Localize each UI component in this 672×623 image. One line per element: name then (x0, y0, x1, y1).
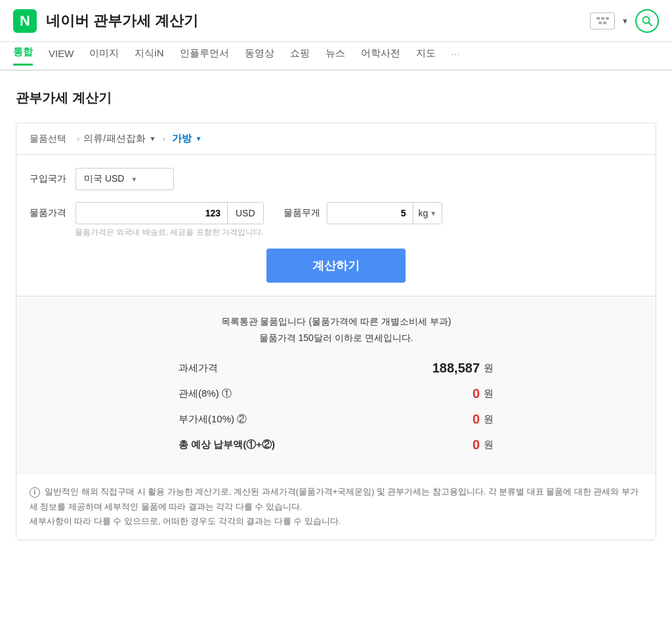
nav-item-통합[interactable]: 통합 (13, 46, 33, 66)
result-value-3: 0 원 (472, 437, 494, 452)
category-label: 물품선택 (30, 133, 66, 145)
weight-input[interactable] (327, 203, 413, 224)
country-row: 구입국가 미국 USD ▼ (30, 168, 642, 190)
nav-item-쇼핑[interactable]: 쇼핑 (290, 47, 310, 65)
result-value-0: 188,587 원 (432, 361, 494, 376)
weight-label: 물품무게 (284, 207, 320, 219)
nav-item-지도[interactable]: 지도 (416, 47, 436, 65)
calc-button[interactable]: 계산하기 (266, 249, 406, 283)
price-hint-row: 물품가격은 외국내 배송료, 세금을 포함한 가격입니다. (30, 227, 264, 238)
result-unit-2: 원 (484, 413, 494, 426)
price-row-inner: 물품가격 USD (30, 202, 264, 224)
result-unit-1: 원 (484, 388, 494, 400)
result-row-1: 관세(8%) ① 0 원 (178, 386, 494, 401)
result-row-0: 과세가격 188,587 원 (178, 361, 494, 376)
main-content: 관부가세 계산기 물품선택 › 의류/패션잡화 ▼ › 가방 ▼ 구입국가 미국… (0, 71, 672, 559)
svg-line-1 (649, 22, 652, 26)
nav: 통합 VIEW 이미지 지식iN 인플루언서 동영상 쇼핑 뉴스 어학사전 지도… (0, 42, 672, 71)
result-amount-2: 0 (472, 412, 480, 427)
nav-more[interactable]: ··· (452, 48, 460, 64)
section-title: 관부가세 계산기 (16, 89, 656, 107)
country-label: 구입국가 (30, 173, 66, 185)
result-box: 목록통관 물품입니다 (물품가격에 따른 개별소비세 부과) 물품가격 150달… (16, 296, 656, 473)
result-notice-line1: 목록통관 물품입니다 (물품가격에 따른 개별소비세 부과) (49, 313, 623, 330)
result-amount-1: 0 (472, 386, 480, 401)
price-unit: USD (227, 203, 263, 224)
weight-unit-select[interactable]: kg ▼ (413, 203, 442, 224)
nav-item-이미지[interactable]: 이미지 (89, 47, 119, 65)
price-hint: 물품가격은 외국내 배송료, 세금을 포함한 가격입니다. (75, 227, 263, 238)
country-select[interactable]: 미국 USD ▼ (75, 168, 174, 190)
nav-item-동영상[interactable]: 동영상 (245, 47, 274, 65)
result-row-3: 총 예상 납부액(①+②) 0 원 (178, 437, 494, 452)
result-label-0: 과세가격 (178, 362, 218, 374)
result-value-2: 0 원 (472, 412, 494, 427)
nav-item-view[interactable]: VIEW (49, 48, 74, 64)
info-icon: i (30, 487, 40, 498)
result-label-2: 부가세(10%) ② (178, 413, 247, 426)
result-amount-0: 188,587 (432, 361, 480, 376)
result-unit-3: 원 (484, 439, 494, 451)
search-button[interactable] (635, 9, 659, 33)
dropdown-arrow-icon[interactable]: ▼ (621, 17, 629, 25)
header-title: 네이버 관부가세 계산기 (46, 11, 198, 31)
nav-item-뉴스[interactable]: 뉴스 (326, 47, 345, 65)
result-value-1: 0 원 (472, 386, 494, 401)
category-row: 물품선택 › 의류/패션잡화 ▼ › 가방 ▼ (16, 123, 656, 155)
price-input[interactable] (76, 203, 227, 224)
nav-item-인플루언서[interactable]: 인플루언서 (180, 47, 229, 65)
search-icon (641, 15, 653, 27)
result-unit-0: 원 (484, 362, 494, 374)
category-item2-label: 가방 (172, 132, 192, 145)
header: N 네이버 관부가세 계산기 ▼ (0, 0, 672, 42)
category-arrow-1: › (77, 134, 79, 144)
category-arrow-2: › (162, 134, 165, 144)
result-amount-3: 0 (472, 437, 480, 452)
price-group: 물품가격 USD 물품가격은 외국내 배송료, 세금을 포함한 가격입니다. (30, 202, 264, 238)
info-text: i 일반적인 해외 직접구매 시 활용 가능한 계산기로, 계산된 과세가격(물… (30, 485, 642, 529)
weight-unit-arrow: ▼ (430, 210, 436, 217)
price-label: 물품가격 (30, 207, 66, 219)
category-item1-arrow: ▼ (150, 135, 156, 142)
country-select-arrow: ▼ (131, 176, 137, 183)
weight-input-wrapper: kg ▼ (327, 202, 443, 224)
weight-group: 물품무게 kg ▼ (284, 202, 443, 224)
price-weight-row: 물품가격 USD 물품가격은 외국내 배송료, 세금을 포함한 가격입니다. 물… (30, 202, 642, 238)
form-area: 구입국가 미국 USD ▼ 물품가격 USD (16, 155, 656, 296)
result-row-2: 부가세(10%) ② 0 원 (178, 412, 494, 427)
category-item1-dropdown[interactable]: 의류/패션잡화 ▼ (83, 132, 156, 145)
result-rows: 과세가격 188,587 원 관세(8%) ① 0 원 부가세( (178, 361, 494, 452)
info-box: i 일반적인 해외 직접구매 시 활용 가능한 계산기로, 계산된 과세가격(물… (16, 473, 656, 540)
calc-button-row: 계산하기 (30, 249, 642, 283)
naver-logo: N (13, 9, 37, 33)
result-label-1: 관세(8%) ① (178, 388, 232, 400)
nav-item-어학사전[interactable]: 어학사전 (361, 47, 400, 65)
category-item1-label: 의류/패션잡화 (83, 132, 145, 145)
result-notice: 목록통관 물품입니다 (물품가격에 따른 개별소비세 부과) 물품가격 150달… (49, 313, 623, 346)
calculator-card: 물품선택 › 의류/패션잡화 ▼ › 가방 ▼ 구입국가 미국 USD ▼ (16, 123, 656, 540)
price-input-wrapper: USD (75, 202, 264, 224)
nav-item-지식in[interactable]: 지식iN (135, 47, 163, 65)
country-value: 미국 USD (84, 173, 124, 185)
result-notice-line2: 물품가격 150달러 이하로 면세입니다. (49, 330, 623, 346)
category-item2-arrow: ▼ (196, 135, 202, 142)
keyboard-icon[interactable] (590, 12, 615, 30)
result-label-3: 총 예상 납부액(①+②) (178, 439, 275, 451)
category-item2-dropdown[interactable]: 가방 ▼ (172, 132, 202, 145)
weight-unit-label: kg (419, 208, 429, 218)
